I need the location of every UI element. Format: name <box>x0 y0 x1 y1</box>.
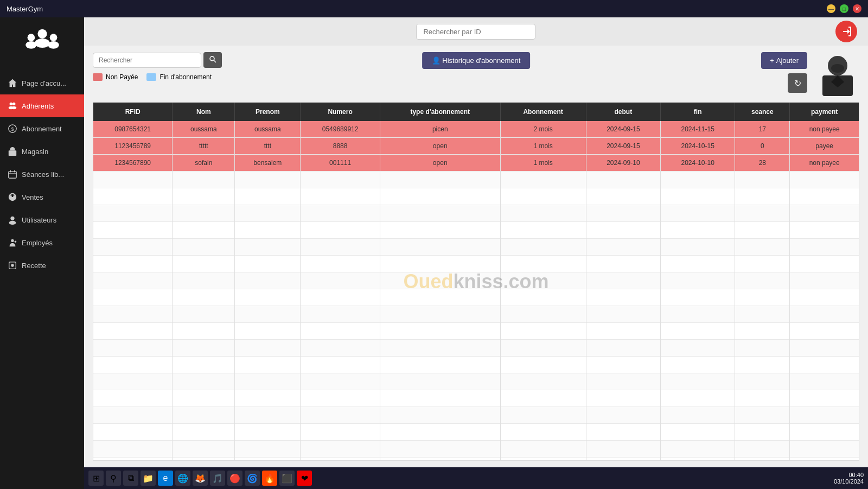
search-box <box>93 52 222 68</box>
sidebar-label-ventes: Ventes <box>22 193 43 201</box>
table-row-empty <box>93 222 859 239</box>
col-numero: Numero <box>301 103 380 121</box>
table-cell-empty <box>790 256 859 272</box>
search-button[interactable] <box>203 52 222 68</box>
search-input[interactable] <box>93 53 201 68</box>
taskbar-app4[interactable]: 🌀 <box>245 471 260 486</box>
table-cell-empty <box>380 373 500 390</box>
taskbar-app1[interactable]: 🦊 <box>193 471 208 486</box>
table-row[interactable]: 0987654321oussamaoussama0549689912picen2… <box>93 121 859 138</box>
table-cell-empty <box>586 172 660 188</box>
taskbar-app7[interactable]: ❤ <box>297 471 312 486</box>
table-row-empty <box>93 357 859 373</box>
taskbar-app5[interactable]: 🔥 <box>262 471 277 486</box>
table-cell-empty <box>735 323 790 340</box>
close-button[interactable]: ✕ <box>853 4 861 13</box>
id-search-input[interactable] <box>416 24 535 40</box>
table-cell-empty <box>661 306 735 323</box>
maximize-button[interactable]: □ <box>840 4 848 13</box>
legend-color-non-payee <box>93 73 103 81</box>
content-wrapper: Non Payée Fin d'abonnement 👤 His <box>84 17 868 489</box>
table-cell-empty <box>301 205 380 222</box>
sidebar-item-magasin[interactable]: Magasin <box>0 140 84 163</box>
sidebar-item-seances[interactable]: Séances lib... <box>0 163 84 186</box>
table-cell-empty <box>301 239 380 256</box>
svg-point-20 <box>15 240 17 243</box>
table-cell-empty <box>235 458 301 461</box>
taskbar-edge[interactable]: e <box>158 471 173 486</box>
sidebar-item-utilisateurs[interactable]: Utilisateurs <box>0 208 84 231</box>
table-row-empty <box>93 188 859 205</box>
table-cell-empty <box>661 188 735 205</box>
col-rfid: RFID <box>93 103 173 121</box>
taskbar-task[interactable]: ⧉ <box>123 471 138 486</box>
historique-label: Historique d'abonnement <box>442 56 520 65</box>
table-cell-empty <box>173 458 235 461</box>
svg-point-22 <box>11 264 14 266</box>
refresh-button[interactable]: ↻ <box>788 73 807 93</box>
table-cell-empty <box>500 306 586 323</box>
table-cell: oussama <box>173 121 235 138</box>
table-cell: 2 mois <box>500 121 586 138</box>
table-cell: 1123456789 <box>93 138 173 155</box>
table-cell-empty <box>735 222 790 239</box>
historique-button[interactable]: 👤 Historique d'abonnement <box>422 52 531 69</box>
table-cell-empty <box>235 407 301 424</box>
table-cell-empty <box>93 239 173 256</box>
table-cell-empty <box>586 441 660 458</box>
minimize-button[interactable]: — <box>827 4 835 13</box>
table-cell-empty <box>586 188 660 205</box>
table-header-row: RFID Nom Prenom Numero type d'abonnement… <box>93 103 859 121</box>
logout-button[interactable] <box>835 21 857 42</box>
table-cell-empty <box>235 272 301 289</box>
table-cell-empty <box>93 323 173 340</box>
table-cell-empty <box>661 222 735 239</box>
table-cell-empty <box>500 272 586 289</box>
table-cell: 2024-09-10 <box>586 155 660 172</box>
sidebar-label-recette: Recette <box>22 262 46 270</box>
sidebar-item-ventes[interactable]: Ventes <box>0 186 84 208</box>
table-cell-empty <box>301 357 380 373</box>
titlebar: MasterGym — □ ✕ <box>0 0 868 17</box>
table-cell-empty <box>235 357 301 373</box>
table-row[interactable]: 1234567890sofainbensalem001111open1 mois… <box>93 155 859 172</box>
table-cell-empty <box>735 256 790 272</box>
taskbar: ⊞ ⚲ ⧉ 📁 e 🌐 🦊 🎵 🔴 🌀 🔥 ⬛ ❤ 00:40 03/10/20… <box>84 467 868 489</box>
table-cell-empty <box>301 272 380 289</box>
table-cell-empty <box>790 272 859 289</box>
table-cell: 0 <box>735 138 790 155</box>
table-row[interactable]: 1123456789ttttttttt8888open1 mois2024-09… <box>93 138 859 155</box>
col-nom: Nom <box>173 103 235 121</box>
table-cell-empty <box>500 323 586 340</box>
adherents-table: RFID Nom Prenom Numero type d'abonnement… <box>93 103 859 461</box>
table-cell-empty <box>790 340 859 357</box>
taskbar-app6[interactable]: ⬛ <box>279 471 295 486</box>
taskbar-start[interactable]: ⊞ <box>88 471 104 486</box>
taskbar-search[interactable]: ⚲ <box>106 471 121 486</box>
taskbar-app3[interactable]: 🔴 <box>227 471 242 486</box>
sidebar-label-utilisateurs: Utilisateurs <box>22 216 56 224</box>
taskbar-chrome[interactable]: 🌐 <box>175 471 190 486</box>
table-cell-empty <box>500 239 586 256</box>
table-cell-empty <box>661 441 735 458</box>
table-cell-empty <box>380 407 500 424</box>
sidebar-item-adherents[interactable]: Adhérents <box>0 94 84 117</box>
table-cell-empty <box>790 188 859 205</box>
table-cell-empty <box>735 407 790 424</box>
table-cell-empty <box>93 441 173 458</box>
taskbar-date-display: 03/10/2024 <box>834 478 864 485</box>
svg-point-23 <box>210 56 214 61</box>
taskbar-app2[interactable]: 🎵 <box>210 471 225 486</box>
table-cell-empty <box>790 407 859 424</box>
table-cell-empty <box>93 289 173 306</box>
window-controls: — □ ✕ <box>827 4 861 13</box>
table-cell-empty <box>661 172 735 188</box>
sidebar-item-abonnement[interactable]: $ Abonnement <box>0 117 84 140</box>
table-cell-empty <box>790 306 859 323</box>
taskbar-explorer[interactable]: 📁 <box>141 471 156 486</box>
sidebar-item-page-accueil[interactable]: Page d'accu... <box>0 72 84 94</box>
svg-rect-13 <box>9 172 16 179</box>
ajouter-button[interactable]: + Ajouter <box>761 52 807 69</box>
sidebar-item-recette[interactable]: Recette <box>0 254 84 277</box>
sidebar-item-employes[interactable]: Employés <box>0 231 84 254</box>
